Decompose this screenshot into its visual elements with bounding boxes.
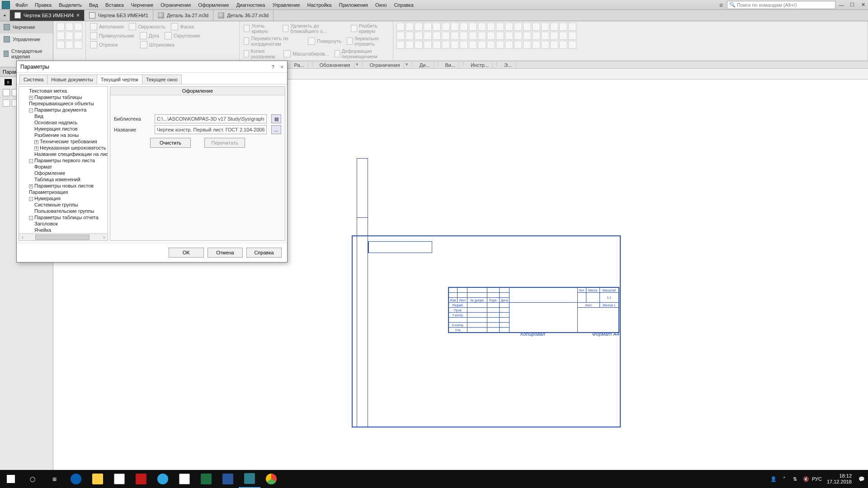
menu-edit[interactable]: Правка: [31, 1, 55, 9]
ribbon-tool-icon[interactable]: [505, 23, 513, 31]
library-path-input[interactable]: [155, 114, 267, 123]
taskbar-mail[interactable]: [174, 470, 195, 488]
menu-apps[interactable]: Приложения: [335, 1, 372, 9]
close-button[interactable]: ✕: [858, 1, 868, 9]
taskbar-edge[interactable]: [65, 470, 87, 488]
ribbon-tool-icon[interactable]: [541, 41, 549, 49]
minimize-button[interactable]: —: [836, 1, 846, 9]
save-icon[interactable]: [74, 23, 82, 31]
ribbon-tool-icon[interactable]: [523, 23, 531, 31]
ribbon-tool-icon[interactable]: [433, 41, 441, 49]
ribbon-tool-icon[interactable]: [396, 32, 405, 40]
tree-item[interactable]: +Неуказанная шероховатость: [21, 145, 108, 151]
tool-segment[interactable]: Отрезок: [89, 40, 119, 49]
tree-item[interactable]: +Параметры новых листов: [21, 183, 108, 189]
ribbon-tool-icon[interactable]: [451, 41, 459, 49]
ribbon-tool-icon[interactable]: [451, 23, 459, 31]
taskbar-mcafee[interactable]: [130, 470, 152, 488]
tree-item[interactable]: Ячейка: [21, 227, 108, 233]
ribbon-tool-icon[interactable]: [532, 41, 540, 49]
tree-item[interactable]: Перекрывающиеся объекты: [21, 100, 108, 107]
ribbon-tool-icon[interactable]: [532, 23, 540, 31]
search-button[interactable]: ◯: [22, 470, 43, 488]
menu-design[interactable]: Оформление: [194, 1, 232, 9]
notifications-icon[interactable]: 💬: [858, 475, 865, 483]
menu-view[interactable]: Вид: [85, 1, 102, 9]
tab-close-icon[interactable]: ×: [76, 12, 80, 19]
taskbar-store[interactable]: [108, 470, 130, 488]
ribbon-tool-icon[interactable]: [496, 23, 504, 31]
ribbon-tool-icon[interactable]: [568, 41, 576, 49]
ribbon-tool-icon[interactable]: [514, 23, 522, 31]
doc-tab-4[interactable]: Деталь 36-27.m3d: [213, 10, 274, 21]
ribbon-tool-icon[interactable]: [469, 32, 477, 40]
menu-file[interactable]: Файл: [12, 1, 31, 9]
doc-tab-3[interactable]: Деталь 3а-27.m3d: [153, 10, 213, 21]
tree-item[interactable]: +Параметры таблицы: [21, 94, 108, 100]
library-browse-button[interactable]: ▤: [271, 114, 281, 123]
ribbon-tool-icon[interactable]: [415, 23, 423, 31]
ribbon-tool-icon[interactable]: [396, 23, 405, 31]
undo-icon[interactable]: [66, 32, 74, 40]
ribbon-tool-icon[interactable]: [451, 32, 459, 40]
ok-button[interactable]: OK: [169, 248, 204, 258]
ribbon-tool-icon[interactable]: [478, 32, 486, 40]
taskbar-chrome[interactable]: [260, 470, 282, 488]
ribbon-tool-icon[interactable]: [550, 41, 558, 49]
tree-item[interactable]: Текстовая метка: [21, 88, 108, 94]
command-search[interactable]: 🔍 Поиск по командам (Alt+/): [727, 1, 835, 9]
mode-std-parts[interactable]: Стандартные изделия: [0, 46, 53, 62]
menu-manage[interactable]: Управление: [269, 1, 303, 9]
taskview-button[interactable]: ⊞: [43, 470, 65, 488]
doc-tab-2[interactable]: Чертеж БЕЗ ИМЕНИ1: [85, 10, 153, 21]
ribbon-tool-icon[interactable]: [505, 32, 513, 40]
ribbon-tool-icon[interactable]: [415, 41, 423, 49]
ribbon-tool-icon[interactable]: [469, 23, 477, 31]
open-icon[interactable]: [66, 23, 74, 31]
tool-arc[interactable]: Дуга: [138, 31, 160, 40]
ribbon-tool-icon[interactable]: [478, 41, 486, 49]
menu-constraints[interactable]: Ограничения: [157, 1, 194, 9]
tool-fillet[interactable]: Скругление: [163, 31, 202, 40]
menu-diagnostics[interactable]: Диагностика: [233, 1, 269, 9]
tool-trim[interactable]: Усечь кривую: [242, 22, 278, 35]
tree-item[interactable]: Название спецификации на лист: [21, 151, 108, 157]
taskbar-word[interactable]: [217, 470, 239, 488]
ribbon-tool-icon[interactable]: [424, 41, 432, 49]
print-icon[interactable]: [57, 32, 65, 40]
start-button[interactable]: [0, 470, 22, 488]
dlg-tab-current-window[interactable]: Текущее окно: [142, 75, 182, 84]
tool-scale[interactable]: Масштабиров...: [282, 49, 330, 58]
ribbon-tool-icon[interactable]: [568, 32, 576, 40]
tray-chevron-icon[interactable]: ˄: [781, 475, 788, 483]
tree-item[interactable]: -Параметры таблицы отчета: [21, 214, 108, 221]
ribbon-tool-icon[interactable]: [550, 23, 558, 31]
menu-window[interactable]: Окно: [372, 1, 391, 9]
name-input[interactable]: [155, 125, 267, 134]
name-browse-button[interactable]: ...: [271, 125, 281, 134]
tree-item[interactable]: Системные группы: [21, 202, 108, 208]
ribbon-tool-icon[interactable]: [406, 23, 414, 31]
paste-icon[interactable]: [66, 41, 74, 49]
ribbon-tool-icon[interactable]: [460, 32, 468, 40]
tree-item[interactable]: Таблица изменений: [21, 176, 108, 183]
ribbon-tool-icon[interactable]: [496, 41, 504, 49]
tool-circle[interactable]: Окружность: [127, 22, 167, 31]
menu-settings[interactable]: Настройка: [304, 1, 335, 9]
tool-copy[interactable]: Копия указанием: [242, 47, 279, 60]
tree-item[interactable]: Пользовательские группы: [21, 208, 108, 214]
tool-chamfer[interactable]: Фаска: [170, 22, 195, 31]
ribbon-tool-icon[interactable]: [442, 41, 450, 49]
new-tab-button[interactable]: +: [0, 10, 10, 21]
ribbon-tool-icon[interactable]: [559, 32, 567, 40]
ribbon-tool-icon[interactable]: [433, 23, 441, 31]
copy-icon[interactable]: [57, 41, 65, 49]
tree-item[interactable]: Основная надпись: [21, 119, 108, 126]
tree-item[interactable]: Нумерация листов: [21, 126, 108, 132]
menu-select[interactable]: Выделить: [55, 1, 85, 9]
dlg-tab-current-drawing[interactable]: Текущий чертеж: [97, 75, 142, 84]
maximize-button[interactable]: ☐: [847, 1, 857, 9]
ribbon-tool-icon[interactable]: [396, 41, 405, 49]
dlg-tab-newdocs[interactable]: Новые документы: [47, 75, 97, 84]
ribbon-tool-icon[interactable]: [487, 32, 495, 40]
